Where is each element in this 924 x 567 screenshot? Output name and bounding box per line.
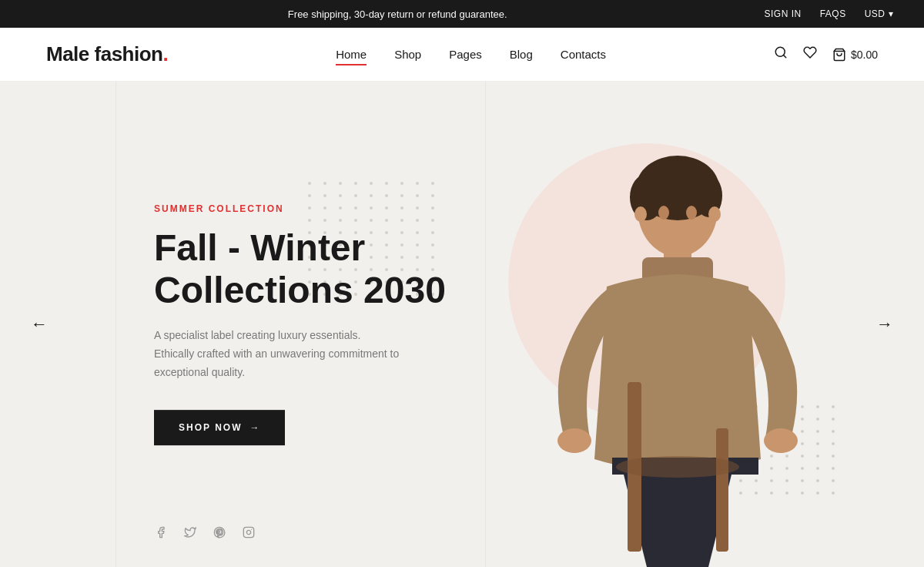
dot — [416, 182, 419, 185]
top-bar-actions: SIGN IN FAQS USD ▾ — [764, 8, 893, 19]
top-bar: Free shipping, 30-day return or refund g… — [0, 0, 924, 28]
shop-btn-label: SHOP NOW — [179, 422, 242, 433]
dot — [354, 182, 357, 185]
faqs-link[interactable]: FAQS — [820, 8, 846, 19]
search-icon[interactable] — [774, 45, 788, 63]
hero-content: SUMMER COLLECTION Fall - Winter Collecti… — [154, 203, 447, 445]
dot — [385, 194, 388, 197]
dot — [354, 194, 357, 197]
dot — [339, 194, 342, 197]
header: Male fashion. Home Shop Pages Blog Conta… — [0, 28, 924, 82]
svg-point-10 — [708, 206, 721, 222]
svg-point-19 — [616, 456, 739, 478]
next-slide-button[interactable]: → — [869, 307, 901, 342]
currency-selector[interactable]: USD ▾ — [865, 8, 893, 19]
signin-link[interactable]: SIGN IN — [764, 8, 801, 19]
hero-title-line2: Collections 2030 — [154, 270, 446, 310]
facebook-icon[interactable] — [154, 525, 168, 539]
collection-label: SUMMER COLLECTION — [154, 203, 447, 214]
prev-slide-button[interactable]: ← — [23, 307, 55, 342]
dot — [385, 182, 388, 185]
nav-item-contacts[interactable]: Contacts — [561, 48, 606, 61]
announcement-text: Free shipping, 30-day return or refund g… — [31, 8, 764, 20]
nav-item-shop[interactable]: Shop — [394, 48, 421, 61]
currency-chevron-icon: ▾ — [889, 8, 894, 19]
cart-price: $0.00 — [851, 49, 878, 61]
dot — [370, 194, 373, 197]
dot — [323, 182, 326, 185]
dot — [308, 182, 311, 185]
model-svg — [493, 136, 832, 567]
nav-item-blog[interactable]: Blog — [510, 48, 533, 61]
pinterest-icon[interactable] — [213, 525, 226, 539]
dot — [370, 182, 373, 185]
instagram-icon[interactable] — [242, 525, 256, 539]
dot — [323, 194, 326, 197]
cart-button[interactable]: $0.00 — [832, 48, 878, 62]
currency-label: USD — [865, 8, 886, 19]
main-nav: Home Shop Pages Blog Contacts — [336, 48, 606, 61]
model-image — [462, 120, 862, 567]
hero-section: ← // Will generate dots via JS below — [0, 82, 924, 567]
wishlist-icon[interactable] — [803, 45, 817, 63]
shop-now-button[interactable]: SHOP NOW → — [154, 410, 285, 445]
svg-point-9 — [634, 206, 647, 222]
shop-btn-arrow-icon: → — [249, 422, 260, 433]
dot — [416, 194, 419, 197]
nav-item-home[interactable]: Home — [336, 48, 367, 61]
dot — [431, 194, 434, 197]
dot — [308, 194, 311, 197]
svg-point-15 — [764, 428, 798, 453]
dot — [339, 182, 342, 185]
logo-text: Male fashion — [46, 42, 162, 65]
dot — [431, 182, 434, 185]
dot — [400, 182, 403, 185]
hero-title-line1: Fall - Winter — [154, 227, 365, 268]
logo[interactable]: Male fashion. — [46, 42, 168, 66]
hero-description: A specialist label creating luxury essen… — [154, 327, 400, 381]
twitter-icon[interactable] — [183, 525, 197, 539]
cart-icon — [832, 48, 846, 62]
hero-title: Fall - Winter Collections 2030 — [154, 226, 447, 311]
header-icons: $0.00 — [774, 45, 878, 63]
svg-line-1 — [783, 55, 785, 57]
svg-rect-18 — [716, 428, 728, 552]
social-icons — [154, 525, 256, 539]
svg-point-7 — [658, 206, 669, 220]
svg-point-8 — [686, 206, 697, 220]
dot — [400, 194, 403, 197]
svg-point-14 — [557, 428, 591, 453]
logo-dot: . — [162, 42, 168, 65]
svg-rect-20 — [243, 527, 253, 537]
nav-item-pages[interactable]: Pages — [449, 48, 482, 61]
